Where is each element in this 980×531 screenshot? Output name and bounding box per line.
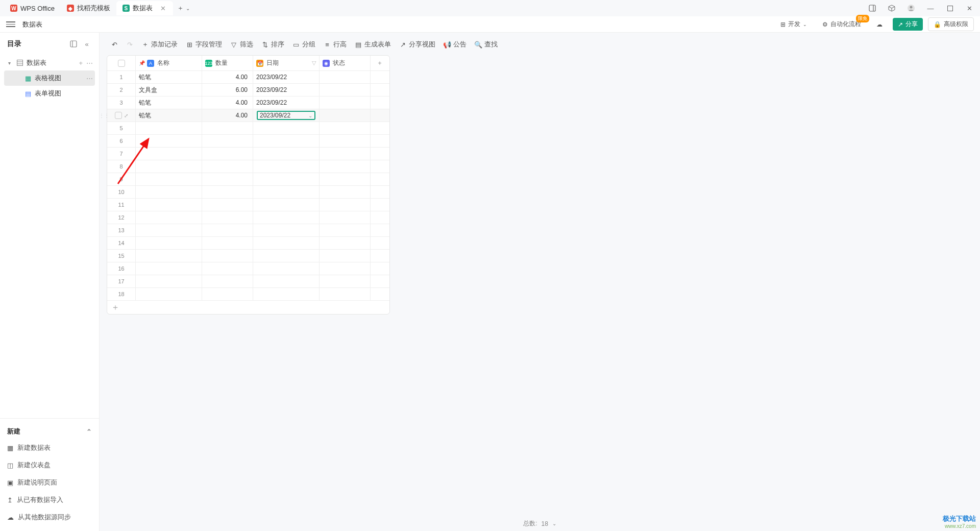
table-row[interactable]: 13: [107, 224, 389, 237]
undo-button[interactable]: ↶: [111, 41, 118, 48]
cube-icon[interactable]: [885, 2, 898, 15]
cell-qty[interactable]: [202, 199, 253, 211]
checkbox[interactable]: [115, 112, 122, 119]
dev-button[interactable]: ⊞ 开发 ⌄: [775, 18, 812, 31]
cell-rownum[interactable]: 1: [107, 71, 136, 83]
cell-date[interactable]: 2023/09/22: [253, 84, 320, 96]
table-row[interactable]: 17: [107, 275, 389, 288]
cell-name[interactable]: [136, 122, 202, 134]
table-row[interactable]: 3 铅笔 4.00 2023/09/22: [107, 96, 389, 109]
new-tab-button[interactable]: ＋ ⌄: [173, 4, 194, 13]
cell-date[interactable]: [253, 173, 320, 185]
close-icon[interactable]: ✕: [160, 5, 167, 12]
cell-date[interactable]: [253, 237, 320, 249]
cell-qty[interactable]: [202, 288, 253, 300]
table-row[interactable]: 1 铅笔 4.00 2023/09/22: [107, 71, 389, 84]
cell-name[interactable]: [136, 262, 202, 275]
cell-rownum[interactable]: 3: [107, 96, 136, 109]
table-row[interactable]: 10: [107, 186, 389, 199]
cell-name[interactable]: 铅笔: [136, 109, 202, 122]
column-status[interactable]: ◉状态: [320, 56, 371, 70]
close-window-icon[interactable]: ✕: [963, 2, 976, 15]
cell-name[interactable]: [136, 160, 202, 173]
cell-status[interactable]: [320, 96, 371, 109]
cell-qty[interactable]: [202, 250, 253, 262]
cell-status[interactable]: [320, 262, 371, 275]
cell-name[interactable]: [136, 275, 202, 287]
table-row[interactable]: 2 文具盒 6.00 2023/09/22: [107, 84, 389, 96]
cell-date[interactable]: [253, 211, 320, 224]
table-row[interactable]: 9: [107, 173, 389, 186]
chevron-down-icon[interactable]: ⌄: [552, 521, 556, 526]
column-name[interactable]: 📌A名称: [136, 56, 202, 70]
filter-button[interactable]: ▽筛选: [230, 40, 253, 49]
cell-rownum[interactable]: 12: [107, 211, 136, 224]
table-row[interactable]: 14: [107, 237, 389, 250]
search-button[interactable]: 🔍查找: [475, 40, 498, 49]
cell-date[interactable]: [253, 122, 320, 134]
table-row[interactable]: 5: [107, 122, 389, 135]
automation-button[interactable]: ⚙ 自动化流程 限免: [817, 18, 866, 31]
avatar-icon[interactable]: [904, 2, 918, 15]
cell-name[interactable]: [136, 250, 202, 262]
table-row[interactable]: 12: [107, 211, 389, 224]
header-checkbox-cell[interactable]: [107, 56, 136, 70]
add-row-button[interactable]: ＋: [111, 302, 119, 313]
cell-name[interactable]: [136, 199, 202, 211]
cell-date[interactable]: [253, 160, 320, 173]
link-import-data[interactable]: ↥从已有数据导入: [0, 491, 99, 509]
cell-rownum[interactable]: 8: [107, 160, 136, 173]
add-column-button[interactable]: ＋: [371, 56, 389, 70]
cell-qty[interactable]: [202, 224, 253, 236]
cell-name[interactable]: [136, 173, 202, 185]
hamburger-icon[interactable]: [6, 20, 15, 29]
cell-name[interactable]: 铅笔: [136, 96, 202, 109]
cell-rownum[interactable]: 16: [107, 262, 136, 275]
tab-data-table[interactable]: S 数据表 ✕: [116, 1, 173, 15]
share-view-button[interactable]: ↗分享视图: [399, 40, 435, 49]
cell-name[interactable]: [136, 186, 202, 198]
plus-icon[interactable]: +: [79, 59, 83, 67]
cell-date[interactable]: [253, 199, 320, 211]
cell-rownum[interactable]: 5: [107, 122, 136, 134]
cell-qty[interactable]: [202, 135, 253, 147]
cell-rownum[interactable]: 6: [107, 135, 136, 147]
cell-date[interactable]: [253, 288, 320, 300]
cell-qty[interactable]: [202, 211, 253, 224]
minimize-icon[interactable]: —: [924, 2, 937, 15]
add-record-button[interactable]: ＋添加记录: [141, 40, 178, 49]
tree-item-table-view[interactable]: ▦ 表格视图 ⋯: [4, 70, 95, 86]
cell-rownum[interactable]: 13: [107, 224, 136, 236]
table-row[interactable]: 6: [107, 135, 389, 148]
cell-name[interactable]: [136, 288, 202, 300]
cell-date[interactable]: [253, 250, 320, 262]
more-icon[interactable]: ⋯: [86, 59, 93, 67]
cell-name[interactable]: [136, 135, 202, 147]
sort-button[interactable]: ⇅排序: [261, 40, 284, 49]
cell-rownum[interactable]: 9: [107, 173, 136, 185]
cell-qty[interactable]: [202, 160, 253, 173]
cell-date[interactable]: 2023/09/22: [253, 71, 320, 83]
cell-qty[interactable]: 6.00: [202, 84, 253, 96]
tab-template[interactable]: ◆ 找稻壳模板: [61, 1, 116, 15]
maximize-icon[interactable]: [943, 2, 957, 15]
tab-wps-office[interactable]: W WPS Office: [4, 1, 61, 15]
link-sync-data[interactable]: ☁从其他数据源同步: [0, 509, 99, 526]
panel-icon[interactable]: [866, 2, 879, 15]
permission-button[interactable]: 🔒 高级权限: [928, 17, 974, 31]
cell-rownum[interactable]: ⤢: [107, 109, 136, 122]
cell-name[interactable]: [136, 237, 202, 249]
share-button[interactable]: ↗ 分享: [893, 18, 923, 31]
drag-handle-icon[interactable]: ⋮⋮: [99, 109, 106, 122]
column-date[interactable]: 📅日期▽: [253, 56, 320, 70]
collapse-icon[interactable]: «: [82, 39, 92, 49]
cell-date[interactable]: [253, 275, 320, 287]
cell-rownum[interactable]: 11: [107, 199, 136, 211]
table-row[interactable]: 11: [107, 199, 389, 211]
expand-icon[interactable]: ⤢: [124, 113, 128, 118]
tree-item-data-table[interactable]: ▾ 数据表 + ⋯: [4, 55, 95, 70]
cell-status[interactable]: [320, 224, 371, 236]
cell-name[interactable]: [136, 224, 202, 236]
table-row[interactable]: 16: [107, 262, 389, 275]
table-row[interactable]: 7: [107, 148, 389, 160]
